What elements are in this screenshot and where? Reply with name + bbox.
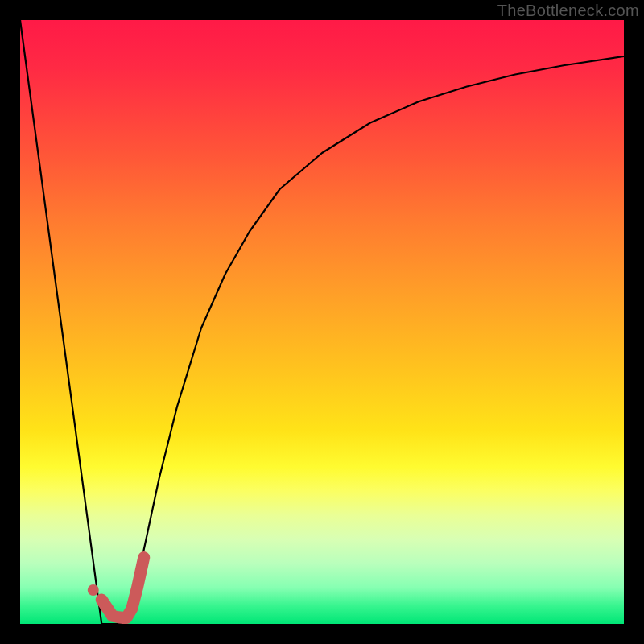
optimal-marker-hook bbox=[101, 558, 144, 618]
watermark-text: TheBottleneck.com bbox=[497, 2, 639, 20]
chart-svg bbox=[20, 20, 624, 624]
optimal-marker-dot bbox=[88, 584, 99, 596]
bottleneck-curve bbox=[20, 20, 624, 624]
